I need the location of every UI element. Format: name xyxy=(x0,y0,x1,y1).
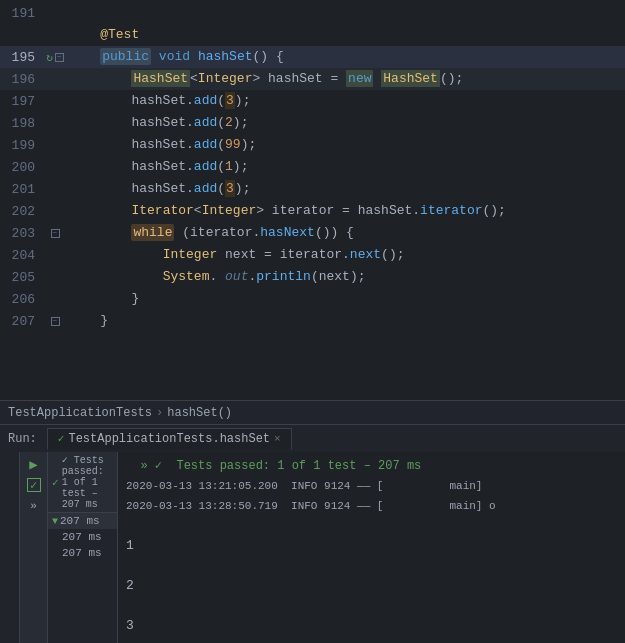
output-num-1: 1 xyxy=(126,536,617,556)
run-toolbar: ▶ ✓ » xyxy=(20,452,48,643)
breadcrumb-class[interactable]: TestApplicationTests xyxy=(8,406,152,420)
line-num-201: 201 xyxy=(0,182,45,197)
tab-close-button[interactable]: × xyxy=(274,433,281,445)
output-num-3: 3 xyxy=(126,616,617,636)
tree-item-root[interactable]: ▼ 207 ms xyxy=(48,513,117,529)
run-icon-195[interactable]: ↻ xyxy=(46,51,53,64)
tree-child1-label: 207 ms xyxy=(62,531,102,543)
code-line-200: 200 hashSet.add(1); xyxy=(0,156,625,178)
line-num-198: 198 xyxy=(0,116,45,131)
output-empty-1 xyxy=(126,516,617,536)
output-empty-2 xyxy=(126,556,617,576)
tree-item-child2[interactable]: 207 ms xyxy=(48,545,117,561)
code-content-207: } xyxy=(65,310,625,332)
breadcrumb-method[interactable]: hashSet() xyxy=(167,406,232,420)
fold-icon-203[interactable]: − xyxy=(51,229,60,238)
code-content-200: hashSet.add(1); xyxy=(65,156,625,178)
line-num-197: 197 xyxy=(0,94,45,109)
tree-arrow-icon: ▼ xyxy=(52,516,58,527)
line-num-200: 200 xyxy=(0,160,45,175)
line-num-206: 206 xyxy=(0,292,45,307)
code-content-198: hashSet.add(2); xyxy=(65,112,625,134)
output-log-1: 2020-03-13 13:21:05.200 INFO 9124 —— [ m… xyxy=(126,476,617,496)
fold-icon-195[interactable]: − xyxy=(55,53,64,62)
tree-child2-label: 207 ms xyxy=(62,547,102,559)
play-button[interactable]: ▶ xyxy=(26,456,42,472)
code-content-206: } xyxy=(65,288,625,310)
output-panel: » ✓ Tests passed: 1 of 1 test – 207 ms 2… xyxy=(118,452,625,643)
output-empty-3 xyxy=(126,596,617,616)
output-status-line: » ✓ Tests passed: 1 of 1 test – 207 ms xyxy=(126,456,617,476)
code-content-196: HashSet<Integer> hashSet = new HashSet()… xyxy=(65,68,625,90)
code-line-206: 206 } xyxy=(0,288,625,310)
line-num-199: 199 xyxy=(0,138,45,153)
tab-pass-icon: ✓ xyxy=(58,432,65,445)
tree-item-label: 207 ms xyxy=(60,515,100,527)
line-num-196: 196 xyxy=(0,72,45,87)
line-num-195: 195 xyxy=(0,50,45,65)
run-tab-main[interactable]: ✓ TestApplicationTests.hashSet × xyxy=(47,428,292,450)
run-output-area: ▶ ✓ » ✓ ✓ Tests passed: 1 of 1 test – 20… xyxy=(0,452,625,643)
code-content-195: public void hashSet() { xyxy=(65,46,625,68)
line-num-202: 202 xyxy=(0,204,45,219)
code-line-192: @Test xyxy=(0,24,625,46)
code-line-198: 198 hashSet.add(2); xyxy=(0,112,625,134)
output-num-2: 2 xyxy=(126,576,617,596)
tree-item-child1[interactable]: 207 ms xyxy=(48,529,117,545)
status-check-icon: ✓ xyxy=(52,476,59,489)
double-arrow-button[interactable]: » xyxy=(26,498,42,514)
breadcrumb-bar: TestApplicationTests › hashSet() xyxy=(0,400,625,424)
check-button[interactable]: ✓ xyxy=(27,478,41,492)
run-sidebar xyxy=(0,452,20,643)
code-line-195: 195 ↻ − public void hashSet() { xyxy=(0,46,625,68)
gutter-207[interactable]: − xyxy=(45,317,65,326)
code-content-197: hashSet.add(3); xyxy=(65,90,625,112)
code-line-202: 202 Iterator<Integer> iterator = hashSet… xyxy=(0,200,625,222)
code-content-203: while (iterator.hasNext()) { xyxy=(65,222,625,244)
breadcrumb-sep: › xyxy=(156,406,163,420)
code-editor: 191 @Test 195 ↻ − public void hashSet() … xyxy=(0,0,625,400)
line-num-205: 205 xyxy=(0,270,45,285)
output-empty-4 xyxy=(126,636,617,643)
gutter-195[interactable]: ↻ − xyxy=(45,51,65,64)
code-line-197: 197 hashSet.add(3); xyxy=(0,90,625,112)
code-content-192: @Test xyxy=(65,24,625,46)
run-tab-label: TestApplicationTests.hashSet xyxy=(68,432,270,446)
code-line-191: 191 xyxy=(0,2,625,24)
code-line-201: 201 hashSet.add(3); xyxy=(0,178,625,200)
line-num-207: 207 xyxy=(0,314,45,329)
run-tabs-bar: Run: ✓ TestApplicationTests.hashSet × xyxy=(0,424,625,452)
code-content-201: hashSet.add(3); xyxy=(65,178,625,200)
code-content-205: System. out.println(next); xyxy=(65,266,625,288)
status-text: ✓ Tests passed: 1 of 1 test – 207 ms xyxy=(62,454,113,510)
run-status-bar: ✓ ✓ Tests passed: 1 of 1 test – 207 ms xyxy=(48,452,117,513)
code-content-199: hashSet.add(99); xyxy=(65,134,625,156)
code-line-204: 204 Integer next = iterator.next(); xyxy=(0,244,625,266)
editor-container: 191 @Test 195 ↻ − public void hashSet() … xyxy=(0,0,625,643)
code-line-196: 196 HashSet<Integer> hashSet = new HashS… xyxy=(0,68,625,90)
code-line-205: 205 System. out.println(next); xyxy=(0,266,625,288)
line-num-204: 204 xyxy=(0,248,45,263)
gutter-203[interactable]: − xyxy=(45,229,65,238)
line-num-191: 191 xyxy=(0,6,45,21)
fold-icon-207[interactable]: − xyxy=(51,317,60,326)
code-content-204: Integer next = iterator.next(); xyxy=(65,244,625,266)
code-line-203: 203 − while (iterator.hasNext()) { xyxy=(0,222,625,244)
line-num-203: 203 xyxy=(0,226,45,241)
output-log-2: 2020-03-13 13:28:50.719 INFO 9124 —— [ m… xyxy=(126,496,617,516)
code-line-207: 207 − } xyxy=(0,310,625,332)
tree-panel: ✓ ✓ Tests passed: 1 of 1 test – 207 ms ▼… xyxy=(48,452,118,643)
code-line-199: 199 hashSet.add(99); xyxy=(0,134,625,156)
code-content-202: Iterator<Integer> iterator = hashSet.ite… xyxy=(65,200,625,222)
run-label: Run: xyxy=(8,432,37,446)
